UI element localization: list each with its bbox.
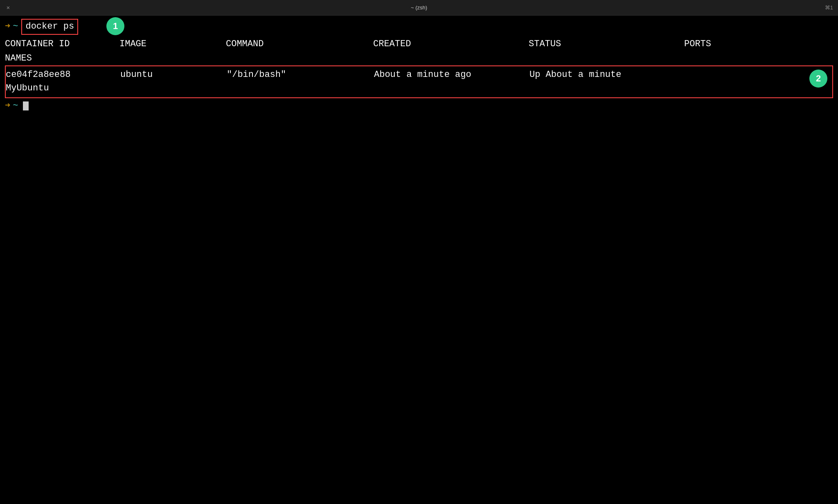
command-text: docker ps: [21, 19, 78, 35]
cell-created: About a minute ago: [374, 69, 529, 81]
cell-status: Up About a minute: [529, 69, 685, 81]
cell-name: MyUbuntu: [6, 82, 120, 95]
table-header-row1: CONTAINER ID IMAGE COMMAND CREATED STATU…: [5, 36, 833, 52]
prompt-tilde: ~: [13, 20, 18, 33]
keyboard-shortcut: ⌘1: [825, 4, 833, 11]
title-bar: ✕ ~ (zsh) ⌘1: [0, 0, 838, 16]
container-data-row: ce04f2a8ee88 ubuntu "/bin/bash" About a …: [6, 68, 832, 82]
prompt-arrow-icon: ➜: [5, 20, 10, 33]
header-command: COMMAND: [226, 38, 373, 51]
cell-ports: [685, 69, 767, 81]
annotation-badge-1: 1: [106, 17, 124, 35]
header-ports: PORTS: [684, 38, 766, 51]
table-header-row2: NAMES: [5, 52, 833, 66]
container-name-row: MyUbuntu: [6, 82, 832, 96]
cell-image: ubuntu: [120, 69, 227, 81]
terminal-window[interactable]: ➜ ~ docker ps 1 CONTAINER ID IMAGE COMMA…: [0, 16, 838, 116]
header-created: CREATED: [373, 38, 529, 51]
cell-container-id: ce04f2a8ee88: [6, 69, 120, 81]
header-container-id: CONTAINER ID: [5, 38, 119, 51]
close-icon: ✕: [7, 4, 10, 11]
window-title: ~ (zsh): [411, 4, 427, 11]
command-line: ➜ ~ docker ps 1: [5, 19, 833, 35]
next-prompt-tilde: ~: [13, 100, 18, 112]
close-button[interactable]: ✕: [5, 4, 11, 11]
next-prompt-line: ➜ ~: [5, 100, 833, 112]
header-image: IMAGE: [119, 38, 226, 51]
header-status: STATUS: [529, 38, 684, 51]
header-names: NAMES: [5, 52, 119, 65]
next-prompt-arrow-icon: ➜: [5, 100, 10, 112]
container-row-wrapper: ce04f2a8ee88 ubuntu "/bin/bash" About a …: [5, 65, 833, 98]
cell-command: "/bin/bash": [227, 69, 374, 81]
cursor-block: [23, 101, 29, 110]
